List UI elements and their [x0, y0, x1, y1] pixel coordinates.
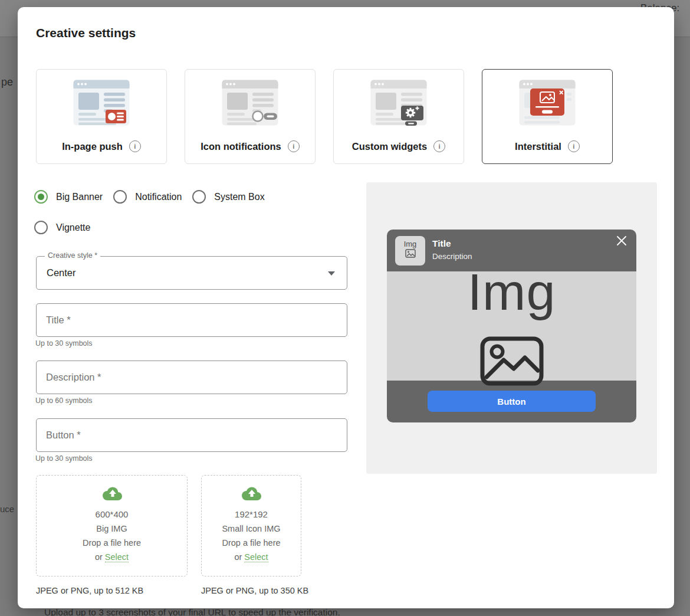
- custom-widgets-icon: [370, 80, 427, 126]
- creative-style-select[interactable]: Creative style * Center: [36, 256, 347, 290]
- dropzone-drop-text: Drop a file here: [222, 538, 280, 548]
- info-icon[interactable]: i: [568, 140, 580, 152]
- description-helper-text: Up to 60 symbols: [35, 397, 93, 405]
- title-input[interactable]: [37, 304, 347, 336]
- dropzone-label: Big IMG: [96, 524, 127, 533]
- preview-thumbnail: Img: [395, 236, 425, 266]
- info-icon[interactable]: i: [288, 140, 300, 152]
- or-text: or: [95, 552, 105, 562]
- title-field: [36, 303, 347, 337]
- or-text: or: [234, 552, 244, 562]
- upload-cloud-icon: [240, 486, 262, 502]
- preview-description: Description: [432, 252, 472, 261]
- preview-thumb-label: Img: [404, 240, 417, 248]
- background-text-fragment-top: pe: [1, 76, 13, 89]
- radio-label: Notification: [135, 192, 182, 202]
- radio-system-box[interactable]: System Box: [192, 190, 264, 204]
- radio-circle-icon: [192, 190, 206, 204]
- button-helper-text: Up to 30 symbols: [35, 454, 93, 463]
- dropzone-caption: JPEG or PNG, up to 350 KB: [201, 586, 308, 595]
- small-icon-img-dropzone[interactable]: 192*192 Small Icon IMG Drop a file here …: [201, 475, 301, 576]
- subtype-radio-group-row2: Vignette: [34, 221, 90, 234]
- info-icon[interactable]: i: [129, 140, 141, 152]
- big-img-dropzone[interactable]: 600*400 Big IMG Drop a file here or Sele…: [36, 475, 188, 576]
- interstitial-preview-card: Img Title Description Img Button: [387, 230, 636, 422]
- dropzone-dimensions: 600*400: [96, 509, 129, 519]
- page-title: Creative settings: [36, 26, 136, 40]
- format-card-in-page-push[interactable]: In-page push i: [36, 69, 167, 164]
- format-card-label: Interstitial: [515, 141, 561, 152]
- dropzone-drop-text: Drop a file here: [83, 538, 141, 548]
- format-card-label: Custom widgets: [352, 141, 427, 152]
- format-card-icon-notifications[interactable]: Icon notifications i: [185, 69, 316, 164]
- icon-notifications-icon: [222, 80, 278, 126]
- radio-circle-icon: [34, 190, 48, 204]
- dropzone-or-select: or Select: [234, 552, 268, 562]
- button-input[interactable]: [37, 419, 347, 451]
- preview-cta-label: Button: [497, 397, 525, 407]
- select-file-link[interactable]: Select: [105, 552, 129, 562]
- radio-label: Vignette: [56, 222, 90, 233]
- radio-circle-icon: [113, 190, 127, 204]
- radio-circle-icon: [34, 221, 48, 234]
- radio-notification[interactable]: Notification: [113, 190, 182, 204]
- image-placeholder-icon: [405, 249, 416, 258]
- dropzone-or-select: or Select: [95, 552, 129, 562]
- in-page-push-icon: [73, 80, 130, 126]
- creative-settings-modal: Creative settings: [18, 7, 674, 608]
- format-card-list: In-page push i Icon: [36, 69, 613, 164]
- select-file-link[interactable]: Select: [244, 552, 268, 562]
- picture-outline-icon: [480, 336, 544, 386]
- radio-label: System Box: [214, 192, 264, 202]
- creative-preview-panel: Img Title Description Img Button: [366, 182, 657, 474]
- preview-cta-button: Button: [428, 391, 596, 412]
- description-field: [36, 361, 347, 394]
- upload-cloud-icon: [101, 486, 123, 502]
- button-field: [36, 418, 347, 452]
- dropzone-label: Small Icon IMG: [222, 524, 280, 533]
- interstitial-icon: [519, 80, 576, 126]
- subtype-radio-group-row1: Big Banner Notification System Box: [34, 190, 265, 204]
- preview-title: Title: [432, 238, 451, 249]
- radio-big-banner[interactable]: Big Banner: [34, 190, 103, 204]
- format-card-label: In-page push: [62, 141, 123, 152]
- preview-big-image-label: Img: [387, 266, 636, 318]
- info-icon[interactable]: i: [433, 140, 445, 152]
- creative-style-value: Center: [47, 257, 76, 289]
- radio-label: Big Banner: [56, 192, 103, 202]
- dropzone-caption: JPEG or PNG, up to 512 KB: [36, 586, 143, 595]
- radio-vignette[interactable]: Vignette: [34, 221, 90, 234]
- title-helper-text: Up to 30 symbols: [35, 339, 93, 348]
- description-input[interactable]: [37, 361, 347, 394]
- background-text-fragment-bottom: uce: [0, 504, 14, 514]
- background-upload-hint-text: Upload up to 3 screenshots of your final…: [44, 607, 340, 616]
- chevron-down-icon: [328, 271, 335, 276]
- format-card-label: Icon notifications: [201, 141, 281, 152]
- format-card-custom-widgets[interactable]: Custom widgets i: [333, 69, 464, 164]
- dropzone-dimensions: 192*192: [235, 509, 268, 519]
- close-icon: [615, 234, 628, 247]
- format-card-interstitial[interactable]: Interstitial i: [482, 69, 613, 164]
